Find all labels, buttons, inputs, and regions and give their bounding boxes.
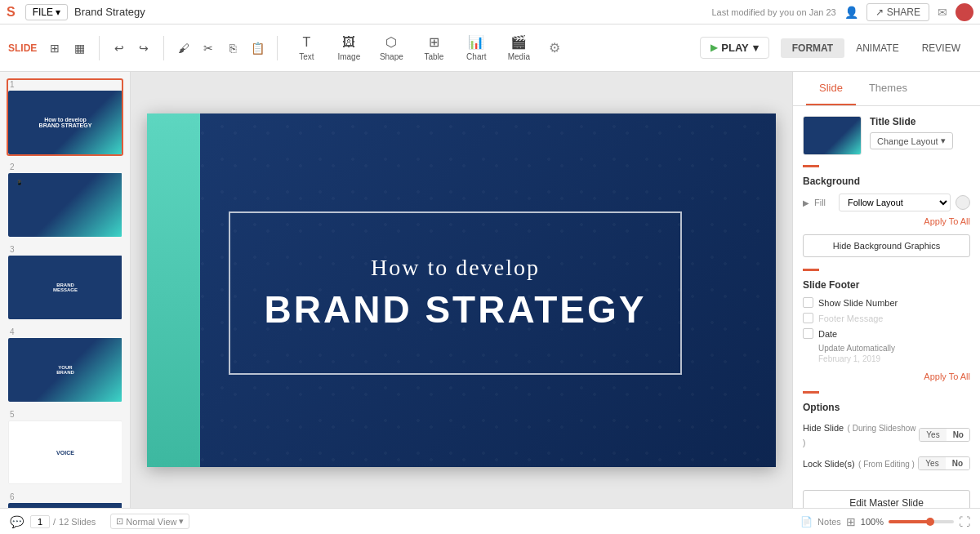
document-title: Brand Strategy <box>74 6 145 18</box>
change-layout-button[interactable]: Change Layout ▾ <box>870 132 953 149</box>
redo-button[interactable]: ↪ <box>132 37 155 60</box>
hide-slide-yes-button[interactable]: Yes <box>920 429 946 441</box>
slide-thumbnail-1[interactable]: 1 How to developBRAND STRATEGY <box>7 78 123 156</box>
layout-thumbnail <box>803 116 862 155</box>
footer-section-title: Slide Footer <box>803 279 970 291</box>
user-profile-icon[interactable] <box>956 3 973 21</box>
slide-footer-section: Slide Footer Show Slide Number Footer Me… <box>803 269 970 363</box>
slide-thumb-image-1: How to developBRAND STRATEGY <box>8 91 122 154</box>
themes-tab[interactable]: Themes <box>856 72 920 105</box>
chat-icon[interactable]: 💬 <box>10 515 24 528</box>
top-right-area: Last modified by you on Jan 23 👤 ↗ SHARE… <box>711 3 973 21</box>
slide-number-5: 5 <box>8 410 122 419</box>
total-slides-label: 12 Slides <box>59 517 96 527</box>
apply-all-bg-link[interactable]: Apply To All <box>803 216 970 226</box>
paste-button[interactable]: 📋 <box>246 37 269 60</box>
file-menu-button[interactable]: FILE ▾ <box>25 4 68 20</box>
slide-thumbnail-6[interactable]: 6 TARGETAUDIENCE <box>7 491 123 508</box>
undo-button[interactable]: ↩ <box>108 37 131 60</box>
notes-icon: 📄 <box>800 516 813 527</box>
app-logo: S <box>7 5 16 20</box>
grid-icon[interactable]: ⊞ <box>846 515 856 528</box>
new-slide-button[interactable]: ⊞ <box>43 37 66 60</box>
notes-label[interactable]: Notes <box>817 517 841 527</box>
edit-master-slide-button[interactable]: Edit Master Slide <box>803 490 970 508</box>
notification-icon[interactable]: ✉ <box>938 6 947 19</box>
share-button[interactable]: ↗ SHARE <box>866 3 929 21</box>
play-label: PLAY <box>721 42 748 54</box>
fill-select[interactable]: Follow Layout <box>839 194 951 211</box>
canvas-area: How to develop BRAND STRATEGY <box>131 72 792 508</box>
table-tool-button[interactable]: ⊞ Table <box>413 28 454 69</box>
current-page-input[interactable] <box>30 515 50 528</box>
show-slide-number-checkbox[interactable] <box>803 297 813 308</box>
date-auto-row: Update Automatically February 1, 2019 <box>818 344 970 363</box>
slide-main-title: BRAND STRATEGY <box>265 287 647 332</box>
hide-slide-toggle: Yes No <box>919 428 970 442</box>
fill-row: ▶ Fill Follow Layout <box>803 194 970 211</box>
view-selector[interactable]: ⊡ Normal View ▾ <box>110 514 189 529</box>
view-icon: ⊡ <box>116 516 123 527</box>
paint-format-button[interactable]: 🖌 <box>172 37 195 60</box>
lock-slide-label: Lock Slide(s) <box>803 459 855 469</box>
slide-controls: SLIDE ⊞ ▦ <box>8 37 91 60</box>
review-tab-button[interactable]: REVIEW <box>911 38 972 58</box>
cut-button[interactable]: ✂ <box>197 37 220 60</box>
fill-color-swatch[interactable] <box>956 195 970 210</box>
hide-slide-no-button[interactable]: No <box>947 429 970 441</box>
chart-tool-button[interactable]: 📊 Chart <box>456 28 497 69</box>
image-tool-label: Image <box>337 52 360 61</box>
bottom-right-area: 📄 Notes ⊞ 100% ⛶ <box>800 515 970 528</box>
hide-background-button[interactable]: Hide Background Graphics <box>803 234 970 257</box>
slide-tab[interactable]: Slide <box>806 72 856 105</box>
date-checkbox[interactable] <box>803 328 813 339</box>
lock-slide-toggle: Yes No <box>918 456 970 470</box>
chart-tool-label: Chart <box>466 52 486 61</box>
shape-icon: ⬡ <box>385 34 397 50</box>
slide-thumbnail-3[interactable]: 3 BRANDMESSAGE <box>7 243 123 321</box>
top-bar: S FILE ▾ Brand Strategy Last modified by… <box>0 0 980 24</box>
apply-all-footer-link[interactable]: Apply To All <box>803 372 970 381</box>
slide-thumbnail-2[interactable]: 2 📱 <box>7 161 123 238</box>
zoom-slider[interactable] <box>889 520 954 523</box>
slide-thumb-image-2: 📱 <box>8 173 122 237</box>
media-icon: 🎬 <box>510 34 527 50</box>
main-content: 1 How to developBRAND STRATEGY 2 📱 3 BRA… <box>0 72 980 508</box>
chevron-down-icon: ▾ <box>56 7 60 18</box>
lock-slide-row: Lock Slide(s) ( From Editing ) Yes No <box>803 456 970 470</box>
lock-slide-no-button[interactable]: No <box>946 457 969 469</box>
slide-label: SLIDE <box>8 42 37 54</box>
slide-panel: 1 How to developBRAND STRATEGY 2 📱 3 BRA… <box>0 72 131 508</box>
slide-thumbnail-5[interactable]: 5 VOICE <box>7 408 123 486</box>
teal-stripe <box>147 113 200 467</box>
slide-layout-button[interactable]: ▦ <box>68 37 91 60</box>
right-panel-tabs: Slide Themes <box>793 72 980 106</box>
lock-slide-yes-button[interactable]: Yes <box>919 457 945 469</box>
image-tool-button[interactable]: 🖼 Image <box>328 28 369 69</box>
shape-tool-button[interactable]: ⬡ Shape <box>371 28 412 69</box>
options-divider <box>803 391 819 394</box>
layout-info: Title Slide Change Layout ▾ <box>870 116 970 149</box>
slide-number-6: 6 <box>8 492 122 501</box>
slide-number-4: 4 <box>8 327 122 336</box>
media-tool-button[interactable]: 🎬 Media <box>498 28 539 69</box>
footer-message-checkbox[interactable] <box>803 313 813 323</box>
slide-content-box[interactable]: How to develop BRAND STRATEGY <box>229 211 682 375</box>
slide-thumbnail-4[interactable]: 4 YOURBRAND <box>7 326 123 403</box>
fit-screen-icon[interactable]: ⛶ <box>959 515 970 528</box>
play-button[interactable]: ▶ PLAY ▾ <box>700 37 768 59</box>
chevron-down-icon: ▾ <box>941 136 946 146</box>
layout-title: Title Slide <box>870 116 970 127</box>
zoom-handle[interactable] <box>926 518 934 526</box>
share-label: SHARE <box>887 7 920 18</box>
settings-button[interactable]: ⚙ <box>542 36 567 60</box>
file-label: FILE <box>33 7 53 18</box>
format-tab-button[interactable]: FORMAT <box>781 38 844 58</box>
animate-tab-button[interactable]: ANIMATE <box>844 38 910 58</box>
table-icon: ⊞ <box>429 34 439 50</box>
text-tool-button[interactable]: T Text <box>286 28 327 69</box>
divider-2 <box>163 36 164 60</box>
right-panel-body: Title Slide Change Layout ▾ Background ▶… <box>793 106 980 490</box>
slide-canvas[interactable]: How to develop BRAND STRATEGY <box>147 113 776 467</box>
copy-button[interactable]: ⎘ <box>221 37 244 60</box>
